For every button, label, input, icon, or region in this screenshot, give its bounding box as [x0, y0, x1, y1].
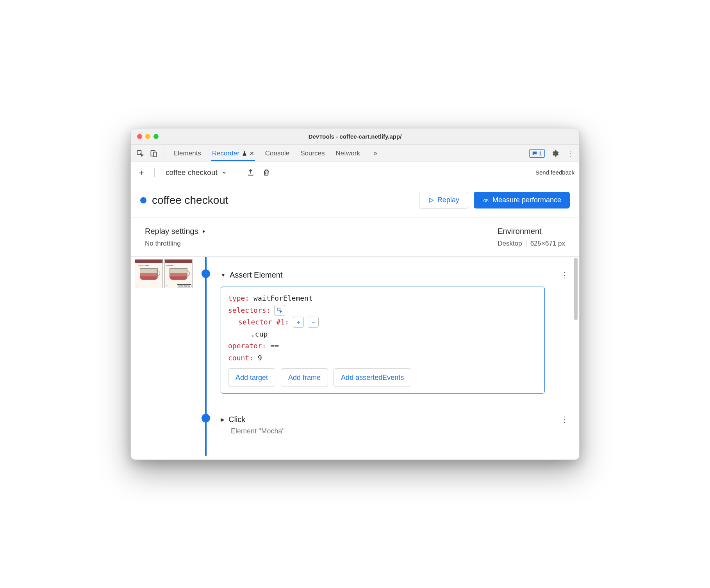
step-header[interactable]: ▶ Click ⋮ — [221, 413, 572, 426]
more-tabs-button[interactable]: » — [370, 148, 380, 159]
tab-network[interactable]: Network — [335, 146, 361, 161]
devtools-window: DevTools - coffee-cart.netlify.app/ Elem… — [130, 128, 580, 460]
messages-count: 1 — [539, 150, 542, 157]
pick-selector-icon[interactable] — [274, 305, 285, 316]
prop-key-count: count — [228, 354, 249, 362]
screenshot-thumbnails: Cappuccino ··· Mocha ···Total: $0.00 — [131, 257, 197, 456]
step-kebab-icon[interactable]: ⋮ — [557, 413, 572, 426]
separator — [164, 149, 164, 158]
replay-button[interactable]: Replay — [419, 192, 468, 208]
traffic-lights — [137, 134, 159, 139]
screenshot-thumbnail[interactable]: Mocha ···Total: $0.00 — [164, 259, 193, 288]
recording-selector-label: coffee checkout — [166, 168, 218, 177]
add-target-button[interactable]: Add target — [228, 368, 275, 387]
screenshot-thumbnail[interactable]: Cappuccino ··· — [135, 259, 163, 288]
gauge-icon — [482, 197, 489, 204]
step-title: Assert Element — [230, 271, 283, 280]
replay-settings-toggle[interactable]: Replay settings — [145, 227, 498, 236]
step-subtitle: Element "Mocha" — [231, 427, 572, 435]
prop-key-operator: operator — [228, 342, 262, 350]
svg-point-3 — [485, 201, 486, 201]
env-device: Desktop — [498, 240, 522, 248]
prop-key-selectors: selectors — [228, 306, 266, 314]
close-window-button[interactable] — [137, 134, 142, 139]
send-feedback-link[interactable]: Send feedback — [535, 169, 574, 176]
measure-performance-button[interactable]: Measure performance — [474, 192, 570, 208]
add-selector-icon[interactable]: ＋ — [293, 317, 304, 328]
steps-track: ▼ Assert Element ⋮ type: waitForElement … — [197, 257, 579, 456]
throttling-value: No throttling — [145, 240, 498, 248]
close-tab-icon[interactable]: ✕ — [250, 150, 254, 157]
export-recording-icon[interactable] — [245, 167, 256, 178]
minimize-window-button[interactable] — [145, 134, 150, 139]
devtools-tabs-row: Elements Recorder ✕ Console Sources Netw… — [131, 145, 579, 162]
env-dimensions: 625×671 px — [530, 240, 565, 248]
kebab-menu-icon[interactable]: ⋮ — [565, 148, 575, 159]
prop-val-operator[interactable]: == — [270, 342, 279, 350]
replay-button-label: Replay — [437, 196, 459, 204]
recorder-toolbar: ＋ coffee checkout Send feedback — [131, 162, 579, 183]
flask-icon — [242, 151, 247, 156]
delete-recording-icon[interactable] — [261, 167, 272, 178]
remove-selector-icon[interactable]: － — [308, 317, 319, 328]
tab-list: Elements Recorder ✕ Console Sources Netw… — [169, 146, 527, 161]
separator — [154, 168, 155, 177]
maximize-window-button[interactable] — [153, 134, 159, 139]
messages-badge[interactable]: 1 — [529, 149, 545, 158]
separator — [526, 240, 526, 247]
step-assert-element: ▼ Assert Element ⋮ type: waitForElement … — [197, 269, 572, 394]
message-icon — [532, 151, 537, 156]
separator — [238, 168, 238, 177]
step-body: type: waitForElement selectors: selector… — [221, 287, 545, 394]
selector-value[interactable]: .cup — [251, 330, 268, 338]
chevron-right-icon — [202, 229, 206, 234]
environment-value: Desktop 625×671 px — [498, 240, 565, 248]
settings-gear-icon[interactable] — [549, 148, 560, 159]
step-header[interactable]: ▼ Assert Element ⋮ — [221, 269, 572, 281]
step-kebab-icon[interactable]: ⋮ — [557, 269, 572, 281]
thumb-caption: Mocha — [166, 264, 173, 267]
recording-selector[interactable]: coffee checkout — [162, 167, 231, 178]
add-frame-button[interactable]: Add frame — [281, 368, 328, 387]
titlebar: DevTools - coffee-cart.netlify.app/ — [131, 128, 579, 145]
add-asserted-events-button[interactable]: Add assertedEvents — [334, 368, 411, 387]
step-title: Click — [228, 415, 245, 424]
play-icon — [428, 197, 434, 203]
prop-val-count[interactable]: 9 — [258, 354, 262, 362]
tab-recorder-label: Recorder — [212, 150, 239, 157]
window-title: DevTools - coffee-cart.netlify.app/ — [131, 133, 579, 140]
prop-val-type[interactable]: waitForElement — [253, 294, 313, 302]
triangle-right-icon: ▶ — [221, 417, 225, 422]
triangle-down-icon: ▼ — [221, 272, 226, 278]
environment-label: Environment — [498, 227, 565, 236]
selector-label: selector #1 — [238, 318, 285, 326]
tab-console[interactable]: Console — [264, 146, 290, 161]
measure-button-label: Measure performance — [492, 196, 561, 204]
recording-header: coffee checkout Replay Measure performan… — [131, 183, 579, 217]
step-dot — [202, 414, 210, 422]
tab-recorder[interactable]: Recorder ✕ — [211, 146, 255, 161]
recording-status-dot — [140, 197, 146, 203]
right-tools: 1 ⋮ — [529, 148, 575, 159]
inspect-element-icon[interactable] — [135, 148, 146, 159]
new-recording-button[interactable]: ＋ — [136, 167, 147, 178]
thumb-caption: Cappuccino — [137, 264, 149, 267]
prop-key-type: type — [228, 294, 245, 302]
device-toggle-icon[interactable] — [148, 148, 159, 159]
tab-sources[interactable]: Sources — [300, 146, 325, 161]
replay-settings-label: Replay settings — [145, 227, 198, 236]
settings-row: Replay settings No throttling Environmen… — [131, 217, 579, 257]
chevron-down-icon — [221, 170, 227, 175]
step-click: ▶ Click ⋮ Element "Mocha" — [197, 413, 572, 435]
step-dot — [202, 269, 210, 278]
thumb-total: Total: $0.00 — [177, 284, 191, 287]
svg-rect-2 — [153, 152, 157, 157]
recording-title: coffee checkout — [152, 194, 419, 207]
tab-elements[interactable]: Elements — [173, 146, 202, 161]
timeline-area: Cappuccino ··· Mocha ···Total: $0.00 ▼ — [131, 257, 579, 460]
